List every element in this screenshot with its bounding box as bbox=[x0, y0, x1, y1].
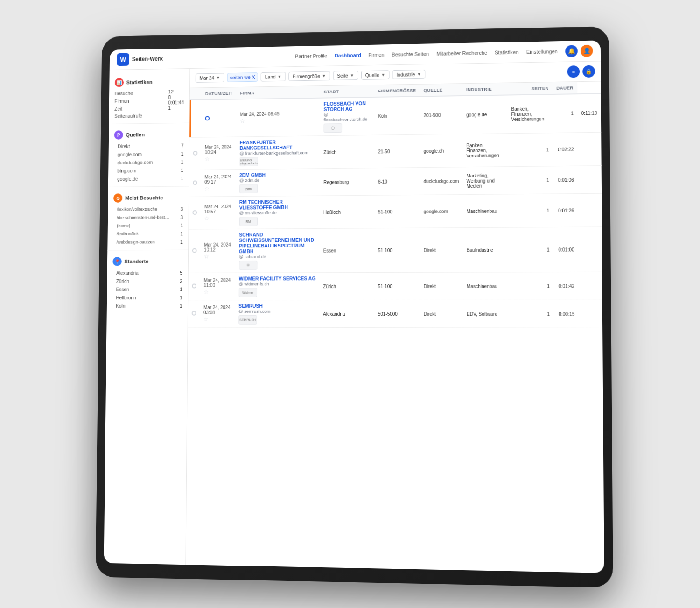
chevron-down-icon: ▼ bbox=[278, 74, 282, 79]
row-company: FLOSSBACH VON STORCH AG @ flossbachvonst… bbox=[320, 97, 375, 136]
filter-firmengroesse[interactable]: Firmengröße ▼ bbox=[288, 71, 330, 81]
row-city: Regensburg bbox=[320, 168, 374, 196]
row-industry: Maschinenbau bbox=[462, 194, 508, 228]
row-size: 51-100 bbox=[374, 228, 420, 272]
star-icon[interactable]: ☆ bbox=[204, 253, 209, 260]
table-row[interactable]: Mar 24, 2024 11:00 ☆ WIDMER FACILITY SER… bbox=[188, 272, 602, 300]
table-row[interactable]: Mar 24, 2024 10:57 ☆ RM TECHNISCHER VLIE… bbox=[189, 193, 602, 229]
chevron-down-icon: ▼ bbox=[417, 72, 421, 77]
filter-site-tag[interactable]: seiten-we X bbox=[227, 72, 258, 82]
meist-1[interactable]: /die-schoensten-und-beste...3 bbox=[108, 213, 189, 222]
row-duration: 0:01:26 bbox=[553, 194, 578, 227]
company-logo: ◯ bbox=[324, 123, 343, 133]
notification-button[interactable]: 🔔 bbox=[565, 45, 578, 57]
row-size: 21-50 bbox=[374, 134, 420, 168]
row-size: 201-500 bbox=[420, 96, 463, 134]
row-indicator-cell bbox=[188, 273, 200, 300]
row-indicator bbox=[193, 180, 197, 185]
standorte-section: 📍 Standorte bbox=[107, 254, 188, 269]
table-row[interactable]: Mar 24, 2024 03:08 ☆ SEMRUSH @ semrush.c… bbox=[188, 300, 602, 328]
nav-einstellungen[interactable]: Einstellungen bbox=[526, 49, 558, 55]
logo-area: W Seiten-Werk bbox=[117, 52, 170, 66]
list-view-button[interactable]: ≡ bbox=[567, 65, 580, 78]
row-source: Direkt bbox=[420, 300, 463, 328]
row-company: FRANKFURTER BANKGESELLSCHAFT @ frankfurt… bbox=[236, 136, 320, 170]
meist-4[interactable]: /webdesign-bautzen1 bbox=[107, 238, 188, 246]
nav-besuchte-seiten[interactable]: Besuchte Seiten bbox=[392, 51, 429, 57]
standort-essen[interactable]: Essen1 bbox=[107, 285, 188, 294]
table-row[interactable]: Mar 24, 2024 10:12 ☆ SCHRAND SCHWEISSUNT… bbox=[189, 227, 602, 273]
standort-hellbronn[interactable]: Hellbronn1 bbox=[107, 293, 188, 302]
nav-mitarbeiter-recherche[interactable]: Mitarbeiter Recherche bbox=[436, 50, 487, 57]
quellen-google-de[interactable]: google.de1 bbox=[108, 174, 189, 183]
star-icon[interactable]: ☆ bbox=[205, 156, 210, 162]
row-duration: 0:02:22 bbox=[553, 133, 578, 166]
standort-koeln[interactable]: Köln1 bbox=[107, 302, 188, 310]
row-indicator bbox=[192, 311, 196, 316]
quellen-section: P Quellen bbox=[109, 127, 189, 142]
standorte-icon: 📍 bbox=[112, 257, 121, 266]
row-industry: Banken, Finanzen, Versicherungen bbox=[462, 134, 508, 167]
star-icon[interactable]: ☆ bbox=[204, 185, 210, 192]
row-datetime: Mar 24, 2024 08:45 ☆ bbox=[236, 98, 320, 137]
row-indicator-cell bbox=[188, 300, 200, 327]
col-dauer: DAUER bbox=[553, 82, 577, 94]
star-icon[interactable]: ☆ bbox=[203, 316, 209, 323]
row-datetime: Mar 24, 2024 10:57 ☆ bbox=[201, 197, 236, 229]
star-icon[interactable]: ☆ bbox=[203, 289, 209, 295]
app-name: Seiten-Werk bbox=[132, 56, 163, 63]
nav-dashboard[interactable]: Dashboard bbox=[335, 52, 361, 58]
table-row[interactable]: Mar 24, 2024 08:45 ☆ FLOSSBACH VON STORC… bbox=[189, 93, 601, 137]
row-company: RM TECHNISCHER VLIESSTOFFE GMBH @ rm-vli… bbox=[235, 196, 320, 229]
row-indicator-cell bbox=[189, 170, 201, 197]
col-datetime: DATUM/ZEIT bbox=[202, 87, 237, 100]
col-firma: FIRMA bbox=[236, 86, 320, 99]
row-industry: Maschinenbau bbox=[463, 272, 508, 300]
meist-besuchte-section: ⊙ Meist Besuchte bbox=[108, 190, 189, 205]
meist-2[interactable]: (home)1 bbox=[108, 221, 189, 230]
quellen-duckduckgo[interactable]: duckduckgo.com1 bbox=[108, 158, 189, 167]
row-source: Direkt bbox=[420, 272, 463, 300]
quellen-google-com[interactable]: google.com1 bbox=[109, 149, 189, 158]
row-size: 51-100 bbox=[374, 195, 420, 228]
filter-industrie[interactable]: Industrie ▼ bbox=[392, 70, 425, 79]
meist-0[interactable]: /lexikon/volltextsuche3 bbox=[108, 205, 189, 214]
row-indicator bbox=[193, 151, 198, 156]
row-company: SCHRAND SCHWEISSUNTERNEHMEN UND PIPELINE… bbox=[235, 228, 320, 273]
stats-row: Besuche Firmen Zeit Seitenaufrufe 12 8 0… bbox=[109, 89, 189, 120]
table-row[interactable]: Mar 24, 2024 10:24 ☆ FRANKFURTER BANKGES… bbox=[189, 132, 602, 170]
nav-partner-profile[interactable]: Partner Profile bbox=[295, 53, 327, 59]
main-content: 📊 Statistiken Besuche Firmen Zeit Seiten… bbox=[104, 61, 604, 573]
nav-links: Partner Profile Dashboard Firmen Besucht… bbox=[295, 49, 558, 59]
row-company: WIDMER FACILITY SERVICES AG @ widmer-fs.… bbox=[235, 273, 319, 300]
standort-zuerich[interactable]: Zürich2 bbox=[107, 277, 188, 285]
row-industry: Marketing, Werbung und Medien bbox=[462, 167, 508, 195]
filter-seite[interactable]: Seite ▼ bbox=[333, 71, 358, 80]
row-datetime: Mar 24, 2024 10:12 ☆ bbox=[200, 229, 235, 273]
nav-firmen[interactable]: Firmen bbox=[368, 52, 384, 57]
profile-button[interactable]: 👤 bbox=[581, 45, 593, 57]
row-indicator bbox=[192, 248, 197, 253]
col-seiten: SEITEN bbox=[507, 82, 553, 95]
row-indicator-cell bbox=[189, 197, 201, 229]
nav-statistiken[interactable]: Statistiken bbox=[495, 49, 518, 56]
table-row[interactable]: Mar 24, 2024 09:17 ☆ 2DM GMBH @ 2dm.de 2… bbox=[189, 166, 602, 197]
filter-date[interactable]: Mar 24 ▼ bbox=[196, 73, 224, 82]
meist-3[interactable]: /lexikon/link1 bbox=[108, 230, 189, 239]
standorte-label: Standorte bbox=[124, 259, 148, 264]
row-pages: 1 bbox=[508, 194, 553, 227]
row-city: Essen bbox=[320, 228, 374, 273]
filter-land[interactable]: Land ▼ bbox=[261, 72, 286, 81]
lock-button[interactable]: 🔒 bbox=[582, 65, 595, 78]
star-icon[interactable]: ☆ bbox=[240, 118, 245, 124]
star-icon[interactable]: ☆ bbox=[204, 215, 210, 222]
quellen-bing[interactable]: bing.com1 bbox=[108, 166, 189, 175]
company-logo: Frankfurter Bankgesellschaft bbox=[239, 157, 258, 166]
standort-alexandria[interactable]: Alexandria5 bbox=[107, 269, 188, 277]
quellen-direkt[interactable]: Direkt7 bbox=[109, 141, 189, 151]
filter-quelle[interactable]: Quelle ▼ bbox=[361, 70, 390, 80]
col-quelle: QUELLE bbox=[420, 84, 462, 96]
row-datetime: Mar 24, 2024 09:17 ☆ bbox=[201, 170, 236, 197]
meist-label: Meist Besuchte bbox=[125, 195, 163, 201]
row-duration: 0:00:15 bbox=[553, 300, 579, 328]
